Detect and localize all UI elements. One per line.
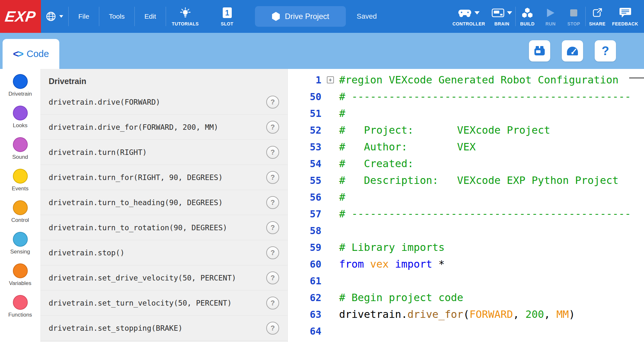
- category-label: Control: [11, 217, 29, 223]
- project-button[interactable]: Drive Project: [255, 6, 346, 27]
- tab-code[interactable]: <> Code: [3, 39, 59, 69]
- code-line[interactable]: 63 drivetrain.drive_for(FORWARD, 200, MM…: [288, 306, 644, 323]
- code-token: #: [339, 107, 345, 119]
- command-help-button[interactable]: ?: [266, 221, 279, 234]
- code-text: # Author: VEX: [339, 141, 476, 153]
- code-line[interactable]: 57 # -----------------------------------…: [288, 205, 644, 222]
- category-icon: [13, 169, 28, 184]
- code-line[interactable]: 62 # Begin project code: [288, 289, 644, 306]
- code-line[interactable]: 60 from vex import *: [288, 256, 644, 272]
- sidebar-item-events[interactable]: Events: [0, 169, 40, 200]
- device-info-button[interactable]: [529, 40, 550, 62]
- code-text: # Description: VEXcode EXP Python Projec…: [339, 174, 619, 186]
- command-help-button[interactable]: ?: [266, 196, 279, 209]
- controller-icon: [458, 8, 472, 18]
- code-line[interactable]: 55 # Description: VEXcode EXP Python Pro…: [288, 172, 644, 189]
- line-number: 51: [288, 108, 321, 119]
- code-line[interactable]: 59 # Library imports: [288, 239, 644, 256]
- code-editor[interactable]: 1 + #region VEXcode Generated Robot Conf…: [288, 69, 644, 342]
- help-button[interactable]: ?: [595, 40, 616, 62]
- command-row[interactable]: drivetrain.stop() ?: [40, 240, 288, 265]
- line-number: 59: [288, 242, 321, 253]
- menu-tools[interactable]: Tools: [99, 0, 134, 33]
- code-line[interactable]: 1 + #region VEXcode Generated Robot Conf…: [288, 71, 644, 88]
- code-line[interactable]: 64: [288, 323, 644, 339]
- palette-heading: Drivetrain: [40, 69, 288, 90]
- build-button[interactable]: BUILD: [516, 7, 539, 26]
- code-token: from: [339, 258, 364, 270]
- command-text: drivetrain.turn_for(RIGHT, 90, DEGREES): [49, 173, 266, 182]
- sidebar-item-sensing[interactable]: Sensing: [0, 232, 40, 263]
- sidebar-item-sound[interactable]: Sound: [0, 137, 40, 169]
- command-text: drivetrain.turn_to_rotation(90, DEGREES): [49, 223, 266, 232]
- slot-number: 1: [225, 9, 229, 17]
- command-help-button[interactable]: ?: [266, 271, 279, 284]
- menu-file[interactable]: File: [69, 0, 99, 33]
- code-text: #: [339, 191, 345, 203]
- sidebar-item-looks[interactable]: Looks: [0, 106, 40, 137]
- editor-lines: 1 + #region VEXcode Generated Robot Conf…: [288, 71, 644, 339]
- command-row[interactable]: drivetrain.turn(RIGHT) ?: [40, 140, 288, 165]
- globe-icon: [45, 11, 56, 22]
- save-status: Saved: [357, 12, 377, 21]
- code-line[interactable]: 53 # Author: VEX: [288, 138, 644, 155]
- category-label: Variables: [9, 280, 32, 287]
- command-row[interactable]: drivetrain.set_turn_velocity(50, PERCENT…: [40, 290, 288, 316]
- brain-icon: [492, 8, 504, 18]
- question-mark-icon: ?: [270, 324, 275, 332]
- fold-toggle-icon[interactable]: +: [327, 76, 334, 83]
- controller-button[interactable]: CONTROLLER: [449, 7, 488, 26]
- command-palette: Drivetrain drivetrain.drive(FORWARD) ? d…: [40, 69, 288, 342]
- category-icon: [13, 106, 28, 120]
- code-token: #region VEXcode Generated Robot Configur…: [339, 74, 619, 86]
- code-line[interactable]: 54 # Created:: [288, 155, 644, 172]
- command-help-button[interactable]: ?: [266, 297, 279, 309]
- command-help-button[interactable]: ?: [266, 146, 279, 159]
- command-row[interactable]: drivetrain.turn_to_heading(90, DEGREES) …: [40, 190, 288, 215]
- code-line[interactable]: 61: [288, 272, 644, 289]
- hexagon-icon: [271, 12, 280, 21]
- sidebar-item-variables[interactable]: Variables: [0, 263, 40, 295]
- code-line[interactable]: 52 # Project: VEXcode Project: [288, 122, 644, 138]
- command-row[interactable]: drivetrain.turn_for(RIGHT, 90, DEGREES) …: [40, 165, 288, 190]
- code-line[interactable]: 56 #: [288, 189, 644, 205]
- command-row[interactable]: drivetrain.drive_for(FORWARD, 200, MM) ?: [40, 115, 288, 140]
- category-icon: [13, 295, 28, 310]
- run-button[interactable]: RUN: [539, 7, 562, 26]
- tutorials-label: TUTORIALS: [172, 21, 199, 26]
- command-row[interactable]: drivetrain.set_stopping(BRAKE) ?: [40, 316, 288, 341]
- command-text: drivetrain.stop(): [49, 249, 266, 257]
- code-line[interactable]: 58: [288, 222, 644, 239]
- stop-button[interactable]: STOP: [562, 7, 585, 26]
- command-help-button[interactable]: ?: [266, 171, 279, 184]
- feedback-button[interactable]: FEEDBACK: [609, 7, 641, 26]
- dashboard-button[interactable]: [562, 40, 583, 62]
- code-token: vex: [370, 258, 389, 270]
- question-mark-icon: ?: [270, 223, 275, 232]
- code-token: ,: [513, 308, 525, 320]
- command-help-button[interactable]: ?: [266, 246, 279, 259]
- run-icon: [546, 8, 555, 18]
- brain-button[interactable]: BRAIN: [488, 7, 515, 26]
- command-help-button[interactable]: ?: [266, 96, 279, 109]
- category-label: Sound: [12, 154, 28, 160]
- sidebar-item-control[interactable]: Control: [0, 200, 40, 232]
- code-line[interactable]: 51 #: [288, 105, 644, 122]
- category-label: Drivetrain: [8, 91, 32, 97]
- command-row[interactable]: drivetrain.set_drive_velocity(50, PERCEN…: [40, 265, 288, 290]
- command-help-button[interactable]: ?: [266, 121, 279, 134]
- tutorials-button[interactable]: TUTORIALS: [169, 7, 202, 26]
- command-row[interactable]: drivetrain.turn_to_rotation(90, DEGREES)…: [40, 215, 288, 240]
- main-content: Drivetrain Looks Sound Events Control Se…: [0, 69, 644, 342]
- share-button[interactable]: SHARE: [586, 7, 609, 26]
- code-line[interactable]: 50 # -----------------------------------…: [288, 88, 644, 105]
- divider: [166, 7, 166, 26]
- slot-button[interactable]: 1 SLOT: [216, 7, 239, 26]
- top-bar: EXP File Tools Edit: [0, 0, 644, 33]
- command-row[interactable]: drivetrain.drive(FORWARD) ?: [40, 90, 288, 115]
- command-help-button[interactable]: ?: [266, 322, 279, 335]
- menu-edit[interactable]: Edit: [135, 0, 166, 33]
- language-menu[interactable]: [41, 0, 68, 33]
- sidebar-item-functions[interactable]: Functions: [0, 295, 40, 327]
- sidebar-item-drivetrain[interactable]: Drivetrain: [0, 74, 40, 106]
